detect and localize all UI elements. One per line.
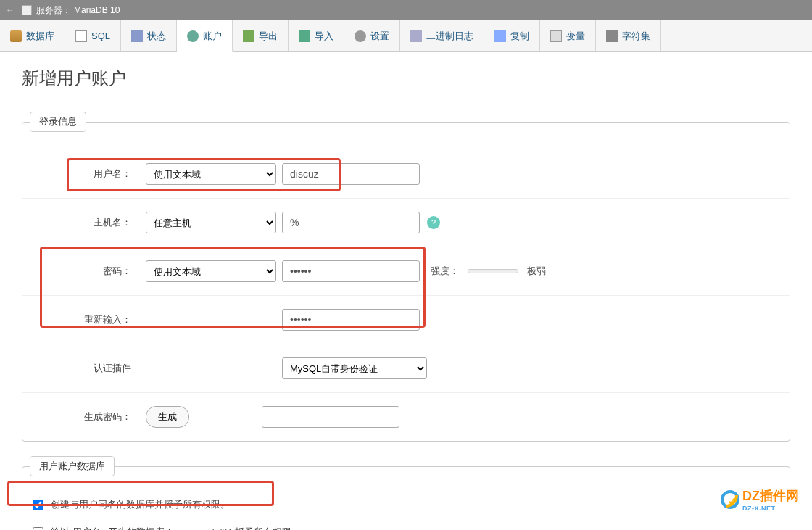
watermark-text: DZ插件网 xyxy=(742,489,799,503)
tab-账户[interactable]: 账户 xyxy=(177,20,233,52)
generate-button[interactable]: 生成 xyxy=(146,406,189,428)
password-row: 密码： 使用文本域 强度： 极弱 xyxy=(22,247,790,295)
retype-label: 重新输入： xyxy=(37,313,146,326)
icon-binlog xyxy=(410,30,422,42)
tab-复制[interactable]: 复制 xyxy=(484,20,540,51)
grant-wildcard-row: 给以 用户名_ 开头的数据库 (username\_%) 授予所有权限。 xyxy=(22,518,790,530)
tab-label: 字符集 xyxy=(622,30,650,43)
tab-label: 复制 xyxy=(510,30,529,43)
create-db-row: 创建与用户同名的数据库并授予所有权限。 xyxy=(22,491,790,518)
hostname-select[interactable]: 任意主机 xyxy=(146,212,276,233)
server-icon xyxy=(22,5,32,15)
icon-import xyxy=(299,30,310,42)
icon-sql xyxy=(75,30,87,42)
tab-数据库[interactable]: 数据库 xyxy=(0,20,65,51)
auth-label: 认证插件 xyxy=(37,362,146,375)
tab-字符集[interactable]: 字符集 xyxy=(596,20,661,51)
watermark-logo-icon: ✓ xyxy=(721,490,740,509)
hostname-input[interactable] xyxy=(282,212,420,233)
strength-bar xyxy=(468,269,518,273)
username-label: 用户名： xyxy=(37,167,146,181)
icon-settings xyxy=(355,30,366,42)
login-info-fieldset: 登录信息 用户名： 使用文本域 主机名： 任意主机 ? 密码： 使用文本域 强度… xyxy=(22,112,790,442)
tab-二进制日志[interactable]: 二进制日志 xyxy=(400,20,484,51)
create-db-label[interactable]: 创建与用户同名的数据库并授予所有权限。 xyxy=(51,498,230,511)
help-icon[interactable]: ? xyxy=(427,216,440,229)
watermark: ✓ DZ插件网 DZ-X.NET xyxy=(721,487,799,512)
icon-status xyxy=(131,30,143,42)
icon-charset xyxy=(606,30,618,42)
login-legend: 登录信息 xyxy=(30,112,86,132)
tab-导入[interactable]: 导入 xyxy=(289,20,344,51)
password-input[interactable] xyxy=(282,260,420,282)
tab-label: 变量 xyxy=(566,30,585,43)
icon-user xyxy=(187,30,199,42)
page-title: 新增用户账户 xyxy=(22,67,790,90)
username-select[interactable]: 使用文本域 xyxy=(146,163,276,185)
tab-label: 数据库 xyxy=(26,30,54,43)
server-breadcrumb: ← 服务器： MariaDB 10 xyxy=(0,0,812,20)
tab-设置[interactable]: 设置 xyxy=(344,20,400,51)
icon-repl xyxy=(494,30,506,42)
hostname-label: 主机名： xyxy=(37,216,146,229)
username-input[interactable] xyxy=(282,163,420,185)
auth-row: 认证插件 MySQL自带身份验证 xyxy=(22,344,790,392)
tabs-nav: 数据库SQL状态账户导出导入设置二进制日志复制变量字符集 xyxy=(0,20,812,52)
grant-wildcard-checkbox[interactable] xyxy=(33,527,44,531)
server-name: MariaDB 10 xyxy=(74,5,120,15)
grant-wildcard-label[interactable]: 给以 用户名_ 开头的数据库 (username\_%) 授予所有权限。 xyxy=(51,526,301,530)
icon-db xyxy=(10,30,22,42)
tab-label: 设置 xyxy=(370,30,389,43)
username-row: 用户名： 使用文本域 xyxy=(22,150,790,198)
auth-select[interactable]: MySQL自带身份验证 xyxy=(282,357,427,379)
generate-row: 生成密码： 生成 xyxy=(22,392,790,441)
tab-label: 导入 xyxy=(315,30,334,43)
retype-row: 重新输入： xyxy=(22,295,790,344)
hostname-row: 主机名： 任意主机 ? xyxy=(22,198,790,247)
create-db-checkbox[interactable] xyxy=(33,500,44,510)
server-label: 服务器： xyxy=(36,4,71,17)
tab-变量[interactable]: 变量 xyxy=(540,20,596,51)
generate-label: 生成密码： xyxy=(37,410,146,423)
back-arrow[interactable]: ← xyxy=(6,5,14,15)
password-label: 密码： xyxy=(37,265,146,278)
tab-SQL[interactable]: SQL xyxy=(65,20,121,51)
icon-vars xyxy=(550,30,562,42)
tab-label: SQL xyxy=(91,30,110,41)
tab-label: 导出 xyxy=(259,30,278,43)
tab-label: 账户 xyxy=(203,30,222,43)
strength-label: 强度： xyxy=(431,265,459,278)
icon-export xyxy=(243,30,254,42)
user-database-fieldset: 用户账户数据库 创建与用户同名的数据库并授予所有权限。 给以 用户名_ 开头的数… xyxy=(22,456,790,530)
db-legend: 用户账户数据库 xyxy=(30,456,115,476)
tab-label: 二进制日志 xyxy=(426,30,473,43)
generated-password-input[interactable] xyxy=(262,406,399,428)
retype-input[interactable] xyxy=(282,309,420,331)
watermark-sub: DZ-X.NET xyxy=(742,505,799,512)
tab-状态[interactable]: 状态 xyxy=(121,20,177,51)
password-select[interactable]: 使用文本域 xyxy=(146,260,276,282)
strength-text: 极弱 xyxy=(527,265,546,278)
tab-导出[interactable]: 导出 xyxy=(233,20,289,51)
tab-label: 状态 xyxy=(147,30,166,43)
